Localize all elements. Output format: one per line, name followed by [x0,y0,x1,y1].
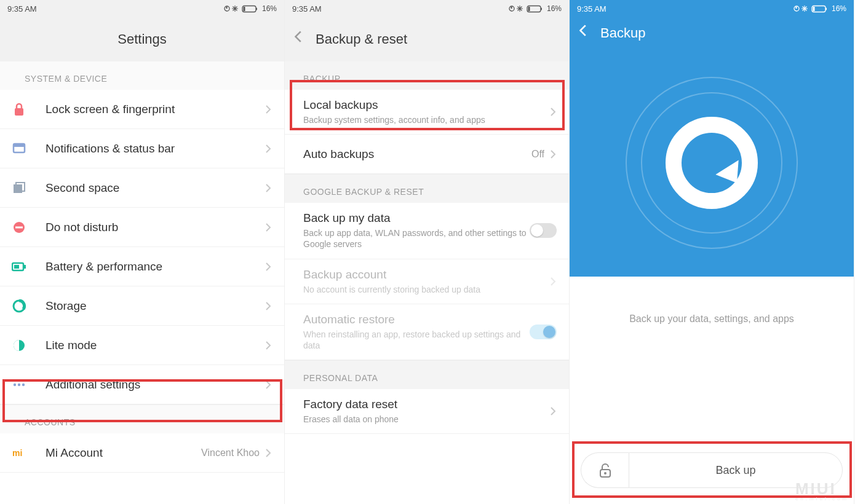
chevron-right-icon [551,108,557,116]
mi-account-value: Vincent Khoo [201,447,260,459]
section-personal: PERSONAL DATA [285,360,569,389]
item-battery[interactable]: Battery & performance [0,247,284,286]
auto-backups-value: Off [531,149,544,160]
svg-rect-14 [24,265,26,269]
chevron-right-icon [266,449,272,457]
status-time: 9:35 AM [292,4,322,14]
page-header: Backup [570,17,854,49]
unlock-icon [597,462,613,478]
page-title: Settings [0,17,284,61]
item-mi-account[interactable]: mi Mi Account Vincent Khoo [0,433,284,473]
status-time: 9:35 AM [577,4,606,14]
status-icons [224,5,258,13]
svg-point-20 [22,383,25,385]
backup-reset-screen: 9:35 AM 16% Backup & reset BACKUP Local … [285,0,570,504]
status-bar: 9:35 AM 16% [0,0,284,17]
svg-text:mi: mi [12,448,22,458]
lock-icon [10,103,28,116]
backup-icon [666,117,758,209]
chevron-right-icon [266,105,272,114]
more-icon [10,382,28,387]
back-button[interactable] [579,25,588,42]
chevron-right-icon [551,407,557,415]
item-additional-settings[interactable]: Additional settings [0,365,284,404]
backup-my-data-toggle[interactable] [530,223,557,238]
chevron-right-icon [266,223,272,232]
item-local-backups[interactable]: Local backups Backup system settings, ac… [285,90,569,135]
page-title: Backup & reset [316,31,407,47]
dnd-icon [10,221,28,234]
automatic-restore-toggle [530,325,557,339]
battery-icon [10,262,28,272]
item-lock-screen[interactable]: Lock screen & fingerprint [0,90,284,129]
chevron-right-icon [551,277,557,286]
status-bar: 9:35 AM 16% [285,0,569,17]
status-battery: 16% [262,4,277,13]
mi-icon: mi [10,448,28,458]
status-battery: 16% [547,4,562,13]
section-system-device: SYSTEM & DEVICE [0,61,284,90]
svg-rect-12 [15,226,23,228]
chevron-right-icon [266,302,272,310]
section-google: GOOGLE BACKUP & RESET [285,174,569,203]
svg-point-19 [18,383,20,385]
chevron-right-icon [266,380,272,389]
back-button[interactable] [295,31,303,48]
status-time: 9:35 AM [7,4,37,14]
second-space-icon [10,181,28,195]
item-automatic-restore: Automatic restore When reinstalling an a… [285,304,569,360]
item-auto-backups[interactable]: Auto backups Off [285,135,569,174]
item-storage[interactable]: Storage [0,286,284,326]
item-backup-my-data[interactable]: Back up my data Back up app data, WLAN p… [285,203,569,259]
lock-button[interactable] [581,452,629,488]
section-backup: BACKUP [285,61,569,90]
svg-rect-15 [14,265,19,269]
chevron-right-icon [266,262,272,271]
item-factory-reset[interactable]: Factory data reset Erases all data on ph… [285,389,569,434]
lite-mode-icon [10,339,28,352]
backup-caption: Back up your data, settings, and apps [570,313,854,325]
item-backup-account: Backup account No account is currently s… [285,259,569,304]
chevron-right-icon [266,341,272,350]
status-battery: 16% [832,4,846,13]
chevron-right-icon [266,144,272,153]
status-bar: 9:35 AM 16% [570,0,854,17]
svg-point-18 [14,383,16,385]
settings-screen: 9:35 AM 16% Settings SYSTEM & DEVICE Loc… [0,0,285,504]
item-second-space[interactable]: Second space [0,168,284,208]
svg-point-23 [604,472,606,474]
watermark: MIUIen.miui.com [795,479,849,502]
chevron-right-icon [266,184,272,192]
status-icons [793,5,828,13]
status-icons [509,5,543,13]
item-lite-mode[interactable]: Lite mode [0,326,284,365]
storage-icon [10,299,28,313]
page-header: Backup & reset [285,17,569,61]
svg-rect-8 [14,144,25,147]
backup-illustration [626,77,798,249]
notifications-icon [10,143,28,155]
backup-hero [570,49,854,277]
chevron-right-icon [551,150,557,159]
item-notifications[interactable]: Notifications & status bar [0,129,284,168]
page-title: Backup [600,25,645,41]
section-accounts: ACCOUNTS [0,404,284,433]
backup-screen: 9:35 AM 16% Backup Back up your data, se… [570,0,854,504]
item-do-not-disturb[interactable]: Do not disturb [0,208,284,247]
svg-rect-6 [15,108,23,116]
